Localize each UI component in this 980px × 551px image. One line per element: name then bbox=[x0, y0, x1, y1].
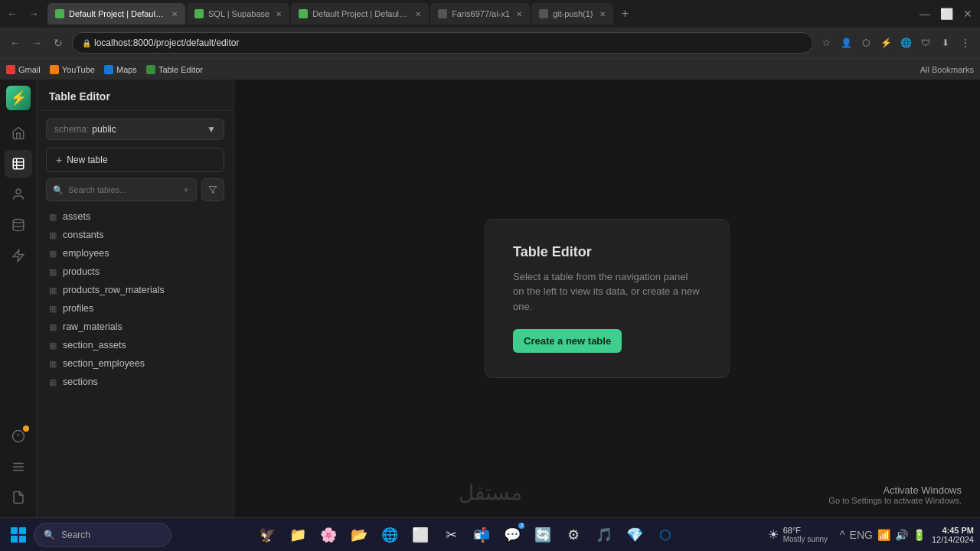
taskbar-app-vscode[interactable]: ⬡ bbox=[652, 521, 679, 549]
tab-close-1[interactable]: ✕ bbox=[172, 10, 178, 18]
table-grid-icon-section-employees: ▦ bbox=[49, 359, 57, 369]
sidebar-icon-docs[interactable] bbox=[5, 484, 32, 511]
search-icon: 🔍 bbox=[53, 185, 64, 195]
schema-chevron-icon: ▼ bbox=[207, 124, 216, 135]
back-button[interactable]: ← bbox=[6, 34, 24, 52]
new-table-button[interactable]: + New table bbox=[46, 148, 224, 172]
taskbar-app-6[interactable]: 📬 bbox=[468, 521, 495, 549]
bookmark-youtube[interactable]: YouTube bbox=[50, 65, 95, 74]
download-icon[interactable]: ⬇ bbox=[937, 34, 954, 51]
taskbar-search-box[interactable]: 🔍 Search bbox=[34, 523, 172, 547]
win-logo-cell-3 bbox=[11, 536, 18, 543]
tray-battery-icon[interactable]: 🔋 bbox=[913, 529, 926, 541]
gmail-favicon bbox=[6, 65, 15, 74]
browser-tab-3[interactable]: Default Project | Default Orga... ✕ bbox=[291, 3, 429, 24]
gmail-label: Gmail bbox=[18, 65, 41, 74]
bookmark-gmail[interactable]: Gmail bbox=[6, 65, 41, 74]
taskbar-app-11[interactable]: 💎 bbox=[621, 521, 648, 549]
tab-close-3[interactable]: ✕ bbox=[415, 10, 421, 18]
filter-button[interactable] bbox=[201, 178, 224, 201]
tab-favicon-3 bbox=[299, 9, 308, 18]
tab-close-5[interactable]: ✕ bbox=[599, 10, 606, 18]
reload-button[interactable]: ↻ bbox=[49, 34, 67, 52]
table-item-constants[interactable]: ▦ constants bbox=[43, 226, 227, 244]
youtube-favicon bbox=[50, 65, 59, 74]
extension-icon-4[interactable]: 🛡 bbox=[917, 34, 934, 51]
taskbar-app-explorer[interactable]: 🦅 bbox=[253, 521, 281, 549]
search-tables-input[interactable] bbox=[68, 185, 178, 194]
sidebar-icon-functions[interactable] bbox=[5, 242, 32, 269]
minimize-btn[interactable]: — bbox=[916, 5, 934, 23]
browser-tab-4[interactable]: Faris6977/ai-x1 ✕ bbox=[430, 3, 530, 24]
table-item-profiles[interactable]: ▦ profiles bbox=[43, 299, 227, 318]
window-controls: — ⬜ ✕ bbox=[916, 5, 977, 23]
taskbar-app-10[interactable]: 🎵 bbox=[590, 521, 618, 549]
new-tab-btn[interactable]: + bbox=[615, 3, 636, 24]
taskbar-app-4[interactable]: ⬜ bbox=[407, 521, 434, 549]
table-editor-label: Table Editor bbox=[158, 65, 203, 74]
taskbar-app-8[interactable]: 🔄 bbox=[529, 521, 557, 549]
create-new-table-button[interactable]: Create a new table bbox=[513, 329, 622, 353]
tab-favicon-2 bbox=[194, 9, 204, 18]
taskbar-app-3[interactable]: 📂 bbox=[345, 521, 373, 549]
sidebar-icon-home[interactable] bbox=[5, 119, 32, 147]
schema-selector[interactable]: schema:public ▼ bbox=[46, 119, 224, 140]
taskbar-app-chrome[interactable]: 🌐 bbox=[376, 521, 403, 549]
sidebar-icon-advisors[interactable] bbox=[5, 422, 32, 450]
browser-tab-5[interactable]: git-push(1) ✕ bbox=[531, 3, 613, 24]
taskbar-app-5[interactable]: ✂ bbox=[437, 521, 465, 549]
close-window-btn[interactable]: ✕ bbox=[959, 5, 977, 23]
sidebar-icon-table-editor[interactable] bbox=[5, 150, 32, 178]
browser-tab-2[interactable]: SQL | Supabase ✕ bbox=[187, 3, 289, 24]
browser-tab-1[interactable]: Default Project | Default Orga... ✕ bbox=[47, 3, 185, 24]
extension-icon-3[interactable]: 🌐 bbox=[897, 34, 914, 51]
system-clock[interactable]: 4:45 PM 12/14/2024 bbox=[932, 526, 974, 544]
table-item-section-assets[interactable]: ▦ section_assets bbox=[43, 336, 227, 354]
menu-icon[interactable]: ⋮ bbox=[957, 34, 974, 51]
table-item-products-row-materials[interactable]: ▦ products_row_materials bbox=[43, 281, 227, 299]
bookmark-star-icon[interactable]: ☆ bbox=[818, 34, 835, 51]
extension-icon-2[interactable]: ⚡ bbox=[877, 34, 894, 51]
tab-close-2[interactable]: ✕ bbox=[276, 10, 282, 18]
tray-sound-icon[interactable]: 🔊 bbox=[895, 529, 908, 541]
url-bar[interactable]: 🔒 localhost:8000/project/default/editor bbox=[72, 32, 813, 54]
profile-icon[interactable]: 👤 bbox=[838, 34, 854, 51]
taskbar-app-9[interactable]: ⚙ bbox=[560, 521, 587, 549]
extension-icon-1[interactable]: ⬡ bbox=[858, 34, 874, 51]
table-item-raw-materials[interactable]: ▦ raw_materials bbox=[43, 318, 227, 336]
tray-wifi-icon[interactable]: 📶 bbox=[877, 529, 890, 541]
bookmark-table-editor[interactable]: Table Editor bbox=[146, 65, 203, 74]
bookmark-maps[interactable]: Maps bbox=[104, 65, 137, 74]
forward-btn[interactable]: → bbox=[24, 5, 43, 23]
search-box[interactable]: 🔍 ▼ bbox=[46, 178, 197, 201]
taskbar-app-7[interactable]: 💬 2 bbox=[498, 521, 526, 549]
toolbar-right: ☆ 👤 ⬡ ⚡ 🌐 🛡 ⬇ ⋮ bbox=[818, 34, 974, 51]
forward-button[interactable]: → bbox=[28, 34, 46, 52]
taskbar-app-1[interactable]: 📁 bbox=[284, 521, 312, 549]
table-item-products[interactable]: ▦ products bbox=[43, 262, 227, 281]
table-grid-icon-raw-materials: ▦ bbox=[49, 322, 57, 332]
youtube-label: YouTube bbox=[62, 65, 95, 74]
taskbar-search-icon: 🔍 bbox=[44, 530, 55, 540]
taskbar-app-2[interactable]: 🌸 bbox=[315, 521, 342, 549]
weather-temp: 68°F bbox=[783, 526, 828, 535]
all-bookmarks-btn[interactable]: All Bookmarks bbox=[920, 65, 974, 74]
supabase-logo[interactable]: ⚡ bbox=[6, 86, 31, 110]
table-name-products: products bbox=[63, 266, 100, 277]
table-item-section-employees[interactable]: ▦ section_employees bbox=[43, 354, 227, 373]
table-item-assets[interactable]: ▦ assets bbox=[43, 207, 227, 226]
table-editor-panel: Table Editor schema:public ▼ + New table… bbox=[37, 80, 234, 517]
sidebar-icon-storage[interactable] bbox=[5, 211, 32, 239]
maximize-btn[interactable]: ⬜ bbox=[937, 5, 956, 23]
weather-widget[interactable]: ☀ 68°F Mostly sunny bbox=[762, 523, 834, 546]
tab-close-4[interactable]: ✕ bbox=[516, 10, 522, 18]
table-grid-icon-assets: ▦ bbox=[49, 212, 57, 222]
back-btn[interactable]: ← bbox=[3, 5, 21, 23]
tray-caret-icon[interactable]: ^ bbox=[840, 529, 845, 541]
sidebar-icon-logs[interactable] bbox=[5, 453, 32, 481]
sidebar-icon-auth[interactable] bbox=[5, 181, 32, 208]
tray-lang[interactable]: ENG bbox=[850, 529, 873, 541]
table-item-employees[interactable]: ▦ employees bbox=[43, 244, 227, 262]
table-item-sections[interactable]: ▦ sections bbox=[43, 373, 227, 391]
start-button[interactable] bbox=[6, 523, 31, 547]
